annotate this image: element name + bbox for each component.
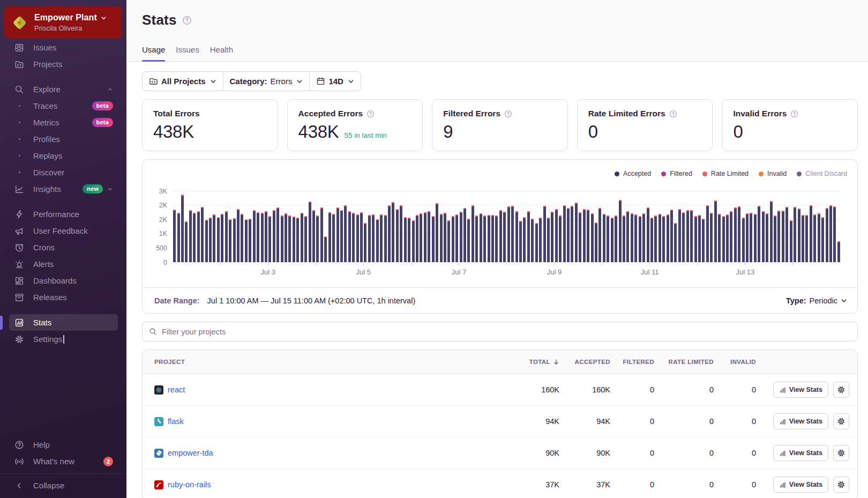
column-header-accepted[interactable]: ACCEPTED xyxy=(559,350,610,374)
releases-icon xyxy=(14,293,24,302)
sidebar-item-explore[interactable]: Explore xyxy=(9,81,118,98)
sidebar-item-alerts[interactable]: Alerts xyxy=(9,256,118,272)
tab-health[interactable]: Health xyxy=(210,45,233,61)
sidebar-item-issues[interactable]: Issues xyxy=(9,39,118,56)
sidebar-item-whats-new[interactable]: What's new2 xyxy=(9,453,118,470)
page-help-icon[interactable] xyxy=(182,16,192,25)
collapse-label: Collapse xyxy=(33,481,113,490)
date-range-dropdown[interactable]: 14D xyxy=(309,72,361,91)
sidebar-item-user-feedback[interactable]: User Feedback xyxy=(9,222,118,239)
settings-icon xyxy=(14,335,24,344)
sidebar-item-projects[interactable]: Projects xyxy=(9,56,118,72)
svg-text:2K: 2K xyxy=(159,202,168,209)
sidebar-item-label: User Feedback xyxy=(33,226,113,235)
chart-footer: Date Range: Jul 1 10:00 AM — Jul 15 11:0… xyxy=(143,287,857,313)
legend-rate-limited[interactable]: Rate Limited xyxy=(702,170,749,177)
project-link[interactable]: ruby-on-rails xyxy=(168,480,211,489)
project-filter-dropdown[interactable]: All Projects xyxy=(143,72,223,91)
help-icon[interactable] xyxy=(669,110,677,118)
filtered-cell: 0 xyxy=(610,406,654,437)
view-stats-button[interactable]: View Stats xyxy=(773,413,828,429)
filtered-cell: 0 xyxy=(610,469,654,498)
chart-legend: AcceptedFilteredRate LimitedInvalidClien… xyxy=(615,170,847,177)
sidebar-item-dashboards[interactable]: Dashboards xyxy=(9,272,118,289)
column-header-rate-limited[interactable]: RATE LIMITED xyxy=(654,350,714,374)
sidebar-item-label: Releases xyxy=(33,293,113,302)
scorecard-title: Total Errors xyxy=(153,109,200,118)
issues-icon xyxy=(14,43,24,53)
svg-text:Jul 7: Jul 7 xyxy=(452,268,466,276)
sidebar-item-performance[interactable]: Performance xyxy=(9,206,118,222)
sidebar-item-replays[interactable]: Replays xyxy=(9,147,118,164)
org-logo-icon xyxy=(12,15,27,30)
sidebar-item-crons[interactable]: Crons xyxy=(9,239,118,256)
sidebar-item-label: Performance xyxy=(33,210,113,219)
table-header: PROJECTTOTALACCEPTEDFILTEREDRATE LIMITED… xyxy=(143,350,857,374)
org-switcher[interactable]: Empower Plant Priscila Oliveira xyxy=(4,6,122,39)
project-settings-button[interactable] xyxy=(833,477,849,493)
project-link[interactable]: react xyxy=(168,385,185,394)
bullet-icon xyxy=(14,105,24,107)
bar-chart-icon xyxy=(779,481,786,488)
legend-dot xyxy=(797,172,802,176)
sidebar-item-metrics[interactable]: Metricsbeta xyxy=(9,114,118,131)
project-settings-button[interactable] xyxy=(833,382,849,398)
sidebar-item-label: Settings xyxy=(33,335,113,344)
sidebar-item-label: Crons xyxy=(33,243,113,252)
sidebar-item-label: Insights xyxy=(33,184,83,194)
accepted-cell: 94K xyxy=(559,406,610,437)
sidebar-item-settings[interactable]: Settings xyxy=(9,331,118,347)
total-cell: 94K xyxy=(508,406,559,437)
project-settings-button[interactable] xyxy=(833,413,849,429)
chevron-down-icon xyxy=(296,78,303,85)
legend-filtered[interactable]: Filtered xyxy=(661,170,692,177)
sidebar-item-help[interactable]: Help xyxy=(9,436,118,453)
sidebar-item-discover[interactable]: Discover xyxy=(9,164,118,181)
legend-dot xyxy=(702,172,707,176)
project-link[interactable]: empower-tda xyxy=(168,449,213,457)
project-link[interactable]: flask xyxy=(168,417,184,426)
svg-text:Jul 5: Jul 5 xyxy=(356,268,371,276)
project-settings-button[interactable] xyxy=(833,445,849,461)
actions-cell: View Stats xyxy=(756,437,857,469)
collapse-button[interactable]: Collapse xyxy=(9,477,118,494)
whats-new-count-badge: 2 xyxy=(103,457,113,466)
legend-accepted[interactable]: Accepted xyxy=(615,170,651,177)
column-header-filtered[interactable]: FILTERED xyxy=(610,350,654,374)
column-header-invalid[interactable]: INVALID xyxy=(714,350,756,374)
column-header-project[interactable]: PROJECT xyxy=(143,350,508,374)
legend-label: Rate Limited xyxy=(711,170,749,177)
folder-code-icon xyxy=(149,77,158,86)
view-stats-button[interactable]: View Stats xyxy=(773,477,828,493)
gear-icon xyxy=(837,449,845,457)
tab-usage[interactable]: Usage xyxy=(142,45,165,61)
bar-chart[interactable]: 05001K2K2K3KJul 3Jul 5Jul 7Jul 9Jul 11Ju… xyxy=(143,160,857,287)
help-icon[interactable] xyxy=(790,110,798,118)
sidebar-item-traces[interactable]: Tracesbeta xyxy=(9,98,118,114)
bar-chart-icon xyxy=(779,450,786,457)
column-header-label: INVALID xyxy=(730,359,756,365)
view-stats-button[interactable]: View Stats xyxy=(773,445,828,461)
help-icon[interactable] xyxy=(504,110,512,118)
type-dropdown[interactable]: Type: Periodic xyxy=(786,296,847,305)
column-header-label: ACCEPTED xyxy=(575,359,610,365)
platform-rails-icon xyxy=(154,480,163,489)
view-stats-button[interactable]: View Stats xyxy=(773,382,828,398)
tab-issues[interactable]: Issues xyxy=(176,45,199,61)
sidebar-item-stats[interactable]: Stats xyxy=(9,314,118,331)
chevron-down-icon xyxy=(841,298,847,304)
sidebar-item-releases[interactable]: Releases xyxy=(9,289,118,306)
category-dropdown[interactable]: Category: Errors xyxy=(223,72,310,91)
sidebar-item-insights[interactable]: Insightsnew xyxy=(9,181,118,197)
legend-client-discard[interactable]: Client Discard xyxy=(797,170,847,177)
crons-icon xyxy=(14,243,24,252)
sidebar-item-profiles[interactable]: Profiles xyxy=(9,131,118,147)
content: All Projects Category: Errors 14D xyxy=(126,62,868,498)
bullet-icon xyxy=(14,122,24,123)
legend-invalid[interactable]: Invalid xyxy=(759,170,787,177)
project-search-input[interactable] xyxy=(162,328,851,336)
column-header-total[interactable]: TOTAL xyxy=(508,350,559,374)
sidebar-item-label: Stats xyxy=(33,318,113,327)
help-icon[interactable] xyxy=(366,110,375,118)
legend-label: Invalid xyxy=(767,170,787,177)
